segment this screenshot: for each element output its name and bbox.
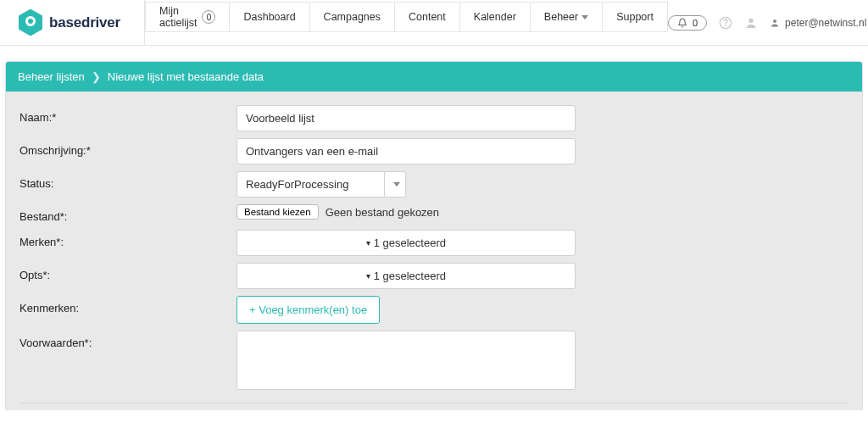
logo-icon xyxy=(19,9,42,36)
svg-point-1 xyxy=(726,25,726,26)
notifications-button[interactable]: 0 xyxy=(668,15,707,31)
label-kenmerken: Kenmerken: xyxy=(19,296,236,314)
nav-kalender[interactable]: Kalender xyxy=(460,2,531,32)
label-omschrijving: Omschrijving:* xyxy=(19,138,236,157)
caret-down-icon xyxy=(581,15,588,19)
user-email: peter@netwinst.nl xyxy=(785,17,866,29)
user-menu[interactable]: peter@netwinst.nl xyxy=(770,17,868,29)
user-icon[interactable] xyxy=(744,16,758,30)
file-choose-button[interactable]: Bestand kiezen xyxy=(236,204,319,220)
multiselect-merken[interactable]: ▾ 1 geselecteerd xyxy=(236,230,576,256)
nav-beheer[interactable]: Beheer xyxy=(531,2,603,32)
brand-logo[interactable]: basedriver xyxy=(0,9,144,36)
merken-selected-text: 1 geselecteerd xyxy=(374,236,446,249)
textarea-voorwaarden[interactable] xyxy=(236,331,576,390)
input-naam[interactable] xyxy=(236,105,576,131)
notifications-count: 0 xyxy=(693,18,698,28)
file-status-text: Geen bestand gekozen xyxy=(326,206,439,219)
caret-down-icon: ▾ xyxy=(366,271,370,281)
topbar: basedriver Mijn actielijst 0 Dashboard C… xyxy=(0,0,868,46)
divider xyxy=(19,403,849,403)
svg-point-2 xyxy=(748,18,753,22)
brand-name: basedriver xyxy=(49,14,120,31)
label-status: Status: xyxy=(19,171,236,190)
nav-dashboard[interactable]: Dashboard xyxy=(230,2,309,32)
breadcrumb-current: Nieuwe lijst met bestaande data xyxy=(108,70,264,83)
label-opts: Opts*: xyxy=(19,263,236,281)
nav-campagnes[interactable]: Campagnes xyxy=(310,2,395,32)
nav-support[interactable]: Support xyxy=(603,2,668,32)
nav-content[interactable]: Content xyxy=(395,2,460,32)
topbar-right: 0 peter@netwinst.nl xyxy=(668,15,868,31)
bell-icon xyxy=(677,18,687,28)
nav-actielijst-label: Mijn actielijst xyxy=(159,5,197,29)
input-omschrijving[interactable] xyxy=(236,138,576,164)
chevron-down-icon xyxy=(393,182,400,186)
select-status[interactable]: ReadyForProcessing xyxy=(236,171,406,198)
person-icon xyxy=(770,18,780,28)
add-kenmerk-button[interactable]: + Voeg kenmerk(en) toe xyxy=(236,296,380,324)
chevron-right-icon: ❯ xyxy=(92,70,101,83)
help-icon[interactable] xyxy=(719,16,732,30)
multiselect-opts[interactable]: ▾ 1 geselecteerd xyxy=(236,263,576,289)
caret-down-icon: ▾ xyxy=(366,238,370,248)
nav-actielijst[interactable]: Mijn actielijst 0 xyxy=(145,2,230,32)
main-panel: Beheer lijsten ❯ Nieuwe lijst met bestaa… xyxy=(5,61,863,410)
main-nav: Mijn actielijst 0 Dashboard Campagnes Co… xyxy=(144,0,668,45)
label-voorwaarden: Voorwaarden*: xyxy=(19,331,236,349)
label-merken: Merken*: xyxy=(19,230,236,248)
nav-actielijst-count: 0 xyxy=(202,10,215,24)
label-bestand: Bestand*: xyxy=(19,204,236,223)
select-status-toggle[interactable] xyxy=(384,171,406,198)
opts-selected-text: 1 geselecteerd xyxy=(374,270,446,282)
label-naam: Naam:* xyxy=(19,105,236,124)
breadcrumb: Beheer lijsten ❯ Nieuwe lijst met bestaa… xyxy=(6,62,862,92)
select-status-value: ReadyForProcessing xyxy=(236,171,384,198)
form: Naam:* Omschrijving:* Status: ReadyForPr… xyxy=(6,92,862,410)
svg-point-3 xyxy=(773,19,776,23)
breadcrumb-root[interactable]: Beheer lijsten xyxy=(18,70,85,83)
